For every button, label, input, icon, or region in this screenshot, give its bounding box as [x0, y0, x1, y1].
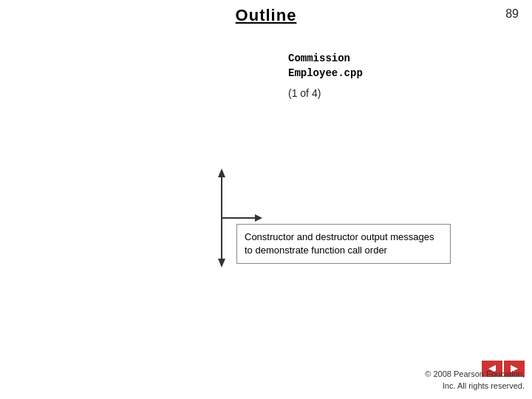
filename-line2: Employee.cpp: [288, 67, 363, 79]
filename-line1: Commission: [288, 52, 350, 64]
file-subtitle: (1 of 4): [288, 87, 321, 99]
footer-line2: Inc. All rights reserved.: [425, 381, 525, 392]
slide-container: 89 Outline Commission Employee.cpp (1 of…: [0, 0, 532, 399]
svg-marker-2: [255, 214, 262, 222]
svg-marker-5: [218, 168, 225, 177]
page-number: 89: [505, 7, 519, 21]
filename-block: Commission Employee.cpp: [288, 52, 363, 81]
callout-text: Constructor and destructor output messag…: [245, 231, 434, 256]
footer-line1: © 2008 Pearson Education,: [425, 369, 525, 380]
slide-title: Outline: [236, 6, 297, 25]
callout-box: Constructor and destructor output messag…: [236, 224, 451, 264]
svg-marker-4: [218, 259, 225, 267]
footer: © 2008 Pearson Education, Inc. All right…: [425, 369, 525, 392]
